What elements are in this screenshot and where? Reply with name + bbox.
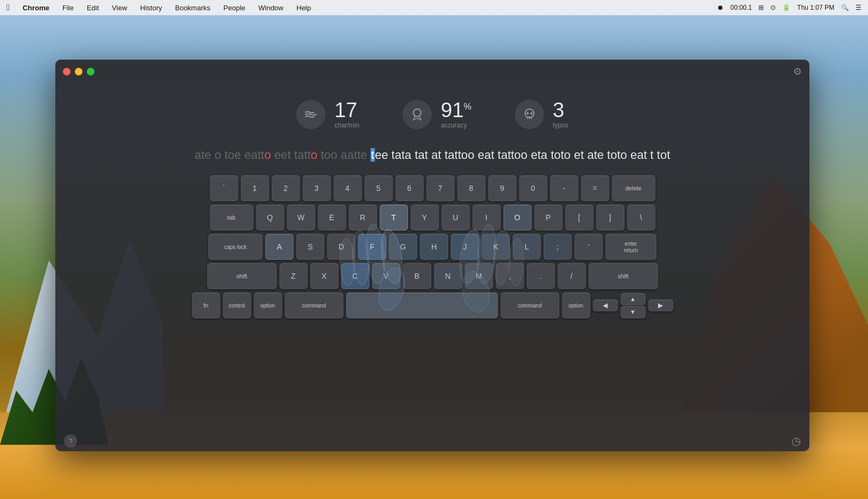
- chart-button[interactable]: ◷: [792, 434, 801, 447]
- key-z[interactable]: Z: [279, 263, 308, 289]
- key-x[interactable]: X: [310, 263, 339, 289]
- menu-file[interactable]: File: [60, 3, 76, 13]
- menubar:  Chrome File Edit View History Bookmark…: [0, 0, 868, 15]
- key-f[interactable]: F: [358, 234, 386, 260]
- speed-label: char/min: [334, 121, 359, 129]
- key-0[interactable]: 0: [519, 175, 547, 201]
- key-shift-right[interactable]: shift: [589, 263, 658, 289]
- key-9[interactable]: 9: [488, 175, 516, 201]
- key-a[interactable]: A: [265, 234, 293, 260]
- key-minus[interactable]: -: [550, 175, 578, 201]
- key-equals[interactable]: =: [581, 175, 609, 201]
- speed-value: 17: [334, 100, 359, 120]
- key-7[interactable]: 7: [426, 175, 455, 201]
- arrow-cluster: ▲ ▼: [621, 293, 646, 318]
- key-arrow-right[interactable]: ▶: [648, 299, 673, 311]
- key-backslash[interactable]: \: [627, 204, 655, 231]
- key-h[interactable]: H: [420, 234, 448, 260]
- key-v[interactable]: V: [372, 263, 400, 289]
- key-u[interactable]: U: [442, 204, 470, 231]
- key-arrow-down[interactable]: ▼: [621, 306, 646, 318]
- key-g[interactable]: G: [389, 234, 417, 260]
- key-i[interactable]: I: [473, 204, 501, 231]
- key-6[interactable]: 6: [395, 175, 424, 201]
- menu-edit[interactable]: Edit: [85, 3, 101, 13]
- key-j[interactable]: J: [451, 234, 479, 260]
- svg-point-3: [530, 112, 532, 114]
- key-s[interactable]: S: [296, 234, 324, 260]
- menu-view[interactable]: View: [110, 3, 129, 13]
- key-command-right[interactable]: command: [501, 292, 559, 318]
- key-backtick[interactable]: `: [210, 175, 238, 201]
- stat-accuracy: 91% accuracy: [403, 100, 471, 129]
- minimize-button[interactable]: [75, 68, 82, 75]
- key-arrow-left[interactable]: ◀: [593, 299, 618, 311]
- settings-button[interactable]: ⚙: [793, 66, 802, 78]
- key-fn[interactable]: fn: [192, 292, 220, 318]
- list-icon[interactable]: ☰: [856, 4, 861, 11]
- app-name[interactable]: Chrome: [21, 3, 52, 13]
- key-lbracket[interactable]: [: [565, 204, 593, 231]
- speed-stat-text: 17 char/min: [334, 100, 359, 129]
- key-5[interactable]: 5: [365, 175, 393, 201]
- key-q[interactable]: Q: [256, 204, 284, 231]
- menu-people[interactable]: People: [221, 3, 247, 13]
- key-1[interactable]: 1: [241, 175, 269, 201]
- key-m[interactable]: M: [465, 263, 493, 289]
- key-w[interactable]: W: [287, 204, 315, 231]
- key-l[interactable]: L: [513, 234, 541, 260]
- key-o[interactable]: O: [503, 204, 532, 231]
- search-icon[interactable]: 🔍: [841, 4, 849, 11]
- key-option-right[interactable]: option: [562, 292, 590, 318]
- key-n[interactable]: N: [434, 263, 462, 289]
- key-3[interactable]: 3: [303, 175, 331, 201]
- stat-speed: 17 char/min: [296, 100, 359, 129]
- menu-help[interactable]: Help: [295, 3, 314, 13]
- key-b[interactable]: B: [403, 263, 431, 289]
- key-e[interactable]: E: [318, 204, 346, 231]
- speed-icon: [296, 100, 326, 129]
- key-delete[interactable]: delete: [612, 175, 655, 201]
- key-semicolon[interactable]: ;: [544, 234, 572, 260]
- key-4[interactable]: 4: [334, 175, 362, 201]
- help-button[interactable]: ?: [64, 434, 77, 447]
- key-k[interactable]: K: [482, 234, 510, 260]
- key-enter[interactable]: enterreturn: [605, 234, 656, 260]
- traffic-lights: [63, 68, 94, 75]
- stat-typos: 3 typos: [515, 100, 569, 129]
- key-2[interactable]: 2: [272, 175, 300, 201]
- key-option-left[interactable]: option: [254, 292, 282, 318]
- key-quote[interactable]: ': [575, 234, 603, 260]
- key-period[interactable]: .: [527, 263, 555, 289]
- key-t[interactable]: T: [380, 204, 408, 231]
- svg-point-0: [413, 109, 421, 117]
- typos-label: typos: [553, 121, 569, 129]
- key-8[interactable]: 8: [457, 175, 486, 201]
- key-d[interactable]: D: [327, 234, 355, 260]
- key-comma[interactable]: ,: [496, 263, 524, 289]
- apple-logo-icon[interactable]: : [7, 3, 10, 12]
- key-slash[interactable]: /: [558, 263, 586, 289]
- menu-history[interactable]: History: [138, 3, 164, 13]
- key-c[interactable]: C: [341, 263, 369, 289]
- maximize-button[interactable]: [87, 68, 94, 75]
- key-control[interactable]: control: [223, 292, 251, 318]
- key-rbracket[interactable]: ]: [596, 204, 624, 231]
- menu-window[interactable]: Window: [256, 3, 285, 13]
- key-command-left[interactable]: command: [285, 292, 343, 318]
- key-capslock[interactable]: caps lock: [208, 234, 263, 260]
- key-r[interactable]: R: [349, 204, 377, 231]
- accuracy-icon: [403, 100, 432, 129]
- key-p[interactable]: P: [534, 204, 563, 231]
- key-y[interactable]: Y: [411, 204, 439, 231]
- modifier-row: fn control option command command option…: [192, 292, 673, 318]
- menu-bookmarks[interactable]: Bookmarks: [173, 3, 213, 13]
- accuracy-value: 91%: [441, 100, 471, 120]
- key-arrow-up[interactable]: ▲: [621, 293, 646, 305]
- number-row: ` 1 2 3 4 5 6 7 8 9 0 - = delete: [210, 175, 655, 201]
- close-button[interactable]: [63, 68, 71, 75]
- accuracy-stat-text: 91% accuracy: [441, 100, 471, 129]
- key-tab[interactable]: tab: [210, 204, 253, 231]
- key-shift-left[interactable]: shift: [207, 263, 277, 289]
- key-spacebar[interactable]: [346, 292, 498, 318]
